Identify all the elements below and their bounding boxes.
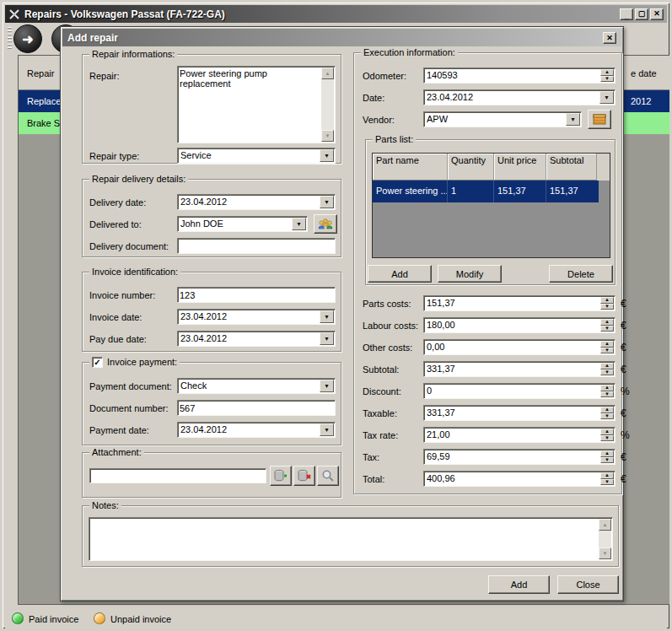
minimize-button[interactable]: _ bbox=[620, 8, 633, 20]
repair-textarea[interactable]: Power steering pump replacement ▲ ▼ bbox=[177, 66, 336, 143]
attachment-remove-button[interactable] bbox=[293, 466, 315, 486]
column-header-repair[interactable]: Repair bbox=[27, 68, 54, 78]
invoice-number-field[interactable] bbox=[180, 289, 333, 301]
vendor-combobox[interactable]: APW ▼ bbox=[423, 111, 582, 127]
spinner-up-icon[interactable]: ▲ bbox=[600, 319, 614, 326]
payment-document-combobox[interactable]: Check ▼ bbox=[177, 378, 336, 394]
subtotal-input[interactable]: 331,37 ▲▼ bbox=[423, 361, 616, 377]
parts-costs-input[interactable]: 151,37 ▲▼ bbox=[423, 295, 616, 311]
pay-due-date-combobox[interactable]: 23.04.2012 ▼ bbox=[177, 331, 336, 347]
column-header-part-name[interactable]: Part name bbox=[373, 154, 448, 181]
parts-add-button[interactable]: Add bbox=[368, 265, 432, 283]
attachment-input[interactable] bbox=[89, 468, 266, 483]
notes-textarea[interactable]: ▲ ▼ bbox=[89, 517, 613, 561]
document-number-field[interactable] bbox=[180, 402, 333, 414]
toolbar-grip[interactable] bbox=[8, 27, 12, 51]
notes-text[interactable] bbox=[91, 520, 598, 558]
dropdown-button[interactable]: ▼ bbox=[320, 423, 334, 436]
spinner-down-icon[interactable]: ▼ bbox=[600, 457, 614, 464]
spinner-down-icon[interactable]: ▼ bbox=[600, 413, 614, 420]
close-dialog-button[interactable]: Close bbox=[557, 575, 619, 594]
dialog-close-button[interactable]: ✕ bbox=[603, 32, 616, 44]
dropdown-button[interactable]: ▼ bbox=[320, 310, 334, 323]
invoice-number-input[interactable] bbox=[177, 287, 336, 303]
repair-type-combobox[interactable]: Service ▼ bbox=[177, 148, 336, 164]
spinner-up-icon[interactable]: ▲ bbox=[600, 341, 614, 348]
spinner[interactable]: ▲▼ bbox=[600, 472, 614, 485]
scroll-up-icon[interactable]: ▲ bbox=[321, 67, 334, 79]
spinner-up-icon[interactable]: ▲ bbox=[600, 472, 614, 479]
parts-modify-button[interactable]: Modify bbox=[438, 265, 502, 283]
spinner-up-icon[interactable]: ▲ bbox=[600, 407, 614, 413]
delivery-date-combobox[interactable]: 23.04.2012 ▼ bbox=[177, 194, 336, 210]
spinner-up-icon[interactable]: ▲ bbox=[600, 297, 614, 304]
spinner-up-icon[interactable]: ▲ bbox=[600, 450, 614, 457]
odometer-input[interactable]: 140593 ▲▼ bbox=[423, 67, 616, 84]
spinner-down-icon[interactable]: ▼ bbox=[600, 348, 614, 354]
spinner[interactable]: ▲▼ bbox=[600, 363, 614, 375]
dropdown-button[interactable]: ▼ bbox=[599, 91, 614, 104]
taxable-input[interactable]: 331,37 ▲▼ bbox=[423, 405, 616, 421]
dropdown-button[interactable]: ▼ bbox=[566, 113, 580, 126]
spinner-up-icon[interactable]: ▲ bbox=[600, 429, 614, 435]
spinner-down-icon[interactable]: ▼ bbox=[600, 326, 614, 332]
scroll-down-icon[interactable]: ▼ bbox=[599, 547, 611, 559]
scroll-down-icon[interactable]: ▼ bbox=[321, 130, 334, 142]
spinner[interactable]: ▲▼ bbox=[600, 319, 614, 332]
spinner-down-icon[interactable]: ▼ bbox=[600, 304, 614, 310]
spinner-up-icon[interactable]: ▲ bbox=[600, 69, 614, 76]
spinner-down-icon[interactable]: ▼ bbox=[600, 76, 614, 83]
spinner[interactable]: ▲▼ bbox=[600, 429, 614, 441]
labour-costs-input[interactable]: 180,00 ▲▼ bbox=[423, 317, 616, 333]
invoice-payment-checkbox[interactable]: ✓ bbox=[92, 357, 103, 368]
dialog-titlebar[interactable]: Add repair ✕ bbox=[62, 29, 621, 46]
delivery-document-input[interactable] bbox=[177, 238, 336, 254]
spinner-down-icon[interactable]: ▼ bbox=[600, 391, 614, 398]
tax-rate-input[interactable]: 21,00 ▲▼ bbox=[423, 427, 616, 443]
column-header-unit-price[interactable]: Unit price bbox=[494, 154, 546, 181]
scrollbar[interactable]: ▲ ▼ bbox=[321, 67, 334, 142]
odometer-spinner[interactable]: ▲▼ bbox=[600, 69, 614, 82]
discount-input[interactable]: 0 ▲▼ bbox=[423, 383, 616, 399]
close-button[interactable]: ✕ bbox=[650, 8, 664, 20]
spinner[interactable]: ▲▼ bbox=[600, 341, 614, 353]
delivery-document-field[interactable] bbox=[180, 240, 333, 252]
dropdown-button[interactable]: ▼ bbox=[320, 149, 334, 162]
tax-input[interactable]: 69,59 ▲▼ bbox=[423, 449, 616, 465]
spinner-down-icon[interactable]: ▼ bbox=[600, 479, 614, 486]
spinner[interactable]: ▲▼ bbox=[600, 297, 614, 310]
parts-delete-button[interactable]: Delete bbox=[549, 265, 613, 283]
spinner-down-icon[interactable]: ▼ bbox=[600, 369, 614, 376]
delivered-to-combobox[interactable]: John DOE ▼ bbox=[177, 216, 308, 232]
execution-date-combobox[interactable]: 23.04.2012 ▼ bbox=[423, 89, 616, 105]
invoice-date-combobox[interactable]: 23.04.2012 ▼ bbox=[177, 309, 336, 325]
spinner[interactable]: ▲▼ bbox=[600, 385, 614, 397]
attachment-field[interactable] bbox=[92, 470, 264, 482]
spinner[interactable]: ▲▼ bbox=[600, 450, 614, 463]
attachment-add-button[interactable] bbox=[270, 466, 292, 486]
scrollbar[interactable]: ▲ ▼ bbox=[599, 519, 611, 559]
total-input[interactable]: 400,96 ▲▼ bbox=[423, 471, 616, 487]
spinner-up-icon[interactable]: ▲ bbox=[600, 385, 614, 391]
select-person-button[interactable] bbox=[314, 214, 337, 234]
document-number-input[interactable] bbox=[177, 400, 336, 416]
payment-date-combobox[interactable]: 23.04.2012 ▼ bbox=[177, 422, 336, 438]
column-header-quantity[interactable]: Quantity bbox=[448, 154, 494, 181]
column-header-date[interactable]: e date bbox=[631, 68, 657, 78]
spinner[interactable]: ▲▼ bbox=[600, 407, 614, 419]
attachment-view-button[interactable] bbox=[317, 466, 339, 486]
dropdown-button[interactable]: ▼ bbox=[292, 218, 306, 230]
spinner-up-icon[interactable]: ▲ bbox=[600, 363, 614, 369]
scroll-up-icon[interactable]: ▲ bbox=[599, 519, 611, 531]
window-titlebar[interactable]: Repairs - Volkswagen Passat (FA-722-GA) … bbox=[5, 5, 667, 23]
toolbar-add-button[interactable]: ➜ bbox=[13, 24, 42, 53]
dropdown-button[interactable]: ▼ bbox=[320, 380, 334, 392]
column-header-subtotal[interactable]: Subtotal bbox=[546, 154, 597, 181]
dropdown-button[interactable]: ▼ bbox=[320, 196, 334, 208]
maximize-button[interactable]: ▢ bbox=[635, 8, 648, 20]
select-vendor-button[interactable] bbox=[588, 110, 611, 129]
repair-text[interactable]: Power steering pump replacement bbox=[180, 68, 320, 141]
add-button[interactable]: Add bbox=[488, 575, 550, 594]
dropdown-button[interactable]: ▼ bbox=[320, 332, 334, 345]
parts-table-row[interactable]: Power steering ... 1 151,37 151,37 bbox=[373, 181, 599, 202]
